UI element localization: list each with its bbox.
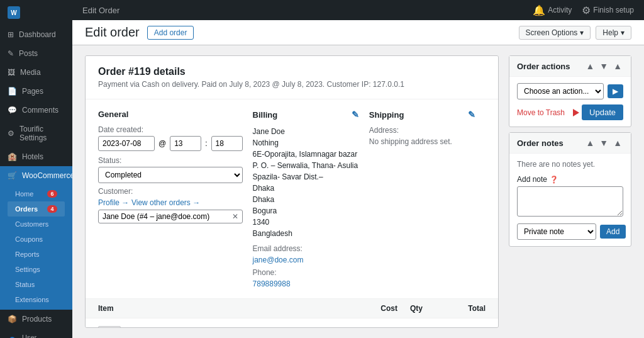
panel-controls: ▲ ▼ ▲	[584, 61, 623, 71]
move-to-trash-link[interactable]: Move to Trash	[517, 108, 565, 117]
choose-action-select[interactable]: Choose an action...	[517, 83, 604, 99]
action-bottom: Move to Trash Update	[517, 104, 623, 120]
billing-city: Dhaka	[253, 183, 359, 194]
sidebar-item-status[interactable]: Status	[8, 277, 65, 292]
sidebar-orders-label: Orders	[15, 205, 43, 213]
add-note-button[interactable]: Add	[600, 225, 626, 239]
order-actions-body: Choose an action... ▶ Move to Trash Upda…	[509, 77, 631, 127]
main-area: Edit Order 🔔 Activity ⚙ Finish setup Edi…	[72, 0, 644, 338]
sidebar-item-extensions[interactable]: Extensions	[8, 292, 65, 307]
customer-clear-icon[interactable]: ✕	[232, 212, 238, 221]
time-hour-input[interactable]	[170, 136, 201, 151]
order-actions-panel: Order actions ▲ ▼ ▲ Choose an action...	[509, 55, 631, 127]
sidebar-item-customers[interactable]: Customers	[8, 217, 65, 232]
sidebar-coupons-label: Coupons	[15, 235, 43, 243]
sidebar-settings-label: Settings	[15, 266, 40, 273]
col-qty: Qty	[397, 304, 435, 313]
sidebar-item-label: Pages	[22, 87, 43, 96]
notes-panel-toggle-button[interactable]: ▲	[612, 138, 623, 148]
tourific-icon: ⚙	[8, 129, 14, 138]
action-go-button[interactable]: ▶	[608, 84, 623, 98]
sidebar-item-woocommerce[interactable]: 🛒 WooCommerce	[0, 166, 72, 185]
order-notes-header: Order notes ▲ ▼ ▲	[509, 133, 631, 154]
sidebar-item-tourific[interactable]: ⚙ Tourific Settings	[0, 120, 72, 147]
topbar: Edit Order 🔔 Activity ⚙ Finish setup	[72, 0, 644, 20]
sidebar-item-label: Posts	[19, 49, 38, 58]
notes-panel-up-button[interactable]: ▲	[584, 138, 596, 148]
sidebar-item-settings[interactable]: Settings	[8, 262, 65, 277]
action-row: Choose an action... ▶	[517, 83, 623, 99]
page-header: Edit order Add order Screen Options ▾ He…	[72, 20, 644, 45]
page-header-left: Edit order Add order	[85, 25, 194, 40]
sidebar-item-comments[interactable]: 💬 Comments	[0, 101, 72, 120]
sidebar-item-posts[interactable]: ✎ Posts	[0, 44, 72, 63]
pages-icon: 📄	[8, 87, 17, 96]
items-table: Item Cost Qty Total 🏨 Hotel Zurich Room …	[86, 299, 498, 328]
date-input[interactable]	[98, 136, 155, 151]
shipping-section: Shipping ✎ Address: No shipping address …	[369, 110, 486, 288]
billing-phone-link[interactable]: 789889988	[253, 279, 291, 288]
note-type-select[interactable]: Private note Note to customer	[517, 223, 596, 240]
help-chevron-icon: ▾	[621, 28, 625, 37]
main-layout: Order #119 details Payment via Cash on d…	[72, 45, 644, 338]
customer-label: Customer:	[98, 187, 243, 196]
col-item: Item	[98, 304, 347, 313]
time-min-input[interactable]	[211, 136, 243, 151]
update-button[interactable]: Update	[582, 104, 623, 120]
panel-toggle-button[interactable]: ▲	[612, 61, 623, 71]
add-order-button[interactable]: Add order	[147, 26, 194, 40]
sidebar-item-dashboard[interactable]: ⊞ Dashboard	[0, 25, 72, 44]
shipping-no-address: No shipping address set.	[369, 137, 475, 146]
finish-setup-button[interactable]: ⚙ Finish setup	[582, 4, 634, 16]
billing-name: Jane Doe	[253, 126, 359, 137]
activity-button[interactable]: 🔔 Activity	[533, 4, 572, 16]
sidebar-item-user-registration[interactable]: 👤 User Registration	[0, 329, 72, 338]
sidebar-item-coupons[interactable]: Coupons	[8, 232, 65, 247]
billing-edit-icon[interactable]: ✎	[352, 110, 359, 120]
sidebar-item-label: Hotels	[22, 152, 43, 161]
wp-logo: W	[8, 6, 20, 19]
customer-profile-link[interactable]: Profile →	[98, 198, 129, 207]
item-name-link[interactable]: Hotel Zurich	[127, 326, 216, 328]
sidebar-item-orders[interactable]: Orders 4	[8, 201, 65, 217]
orders-badge: 4	[47, 205, 57, 213]
help-button[interactable]: Help ▾	[596, 26, 631, 40]
date-label: Date created:	[98, 125, 243, 134]
billing-company: Nothing	[253, 137, 359, 149]
item-qty: × 1	[397, 326, 435, 328]
email-label: Email address:	[253, 244, 359, 253]
billing-area: Bogura	[253, 205, 359, 217]
sidebar-item-label: Dashboard	[19, 30, 56, 39]
notes-panel-down-button[interactable]: ▼	[598, 138, 609, 148]
customer-view-orders-link[interactable]: View other orders →	[131, 198, 200, 207]
sidebar-item-pages[interactable]: 📄 Pages	[0, 82, 72, 101]
customer-field: Jane Doe (#4 – jane@doe.com) ✕	[98, 210, 243, 223]
products-icon: 📦	[8, 315, 17, 324]
topbar-title: Edit Order	[82, 6, 119, 15]
order-details-panel: Order #119 details Payment via Cash on d…	[85, 55, 499, 328]
sidebar-item-reports[interactable]: Reports	[8, 247, 65, 262]
at-symbol: @	[158, 139, 166, 148]
shipping-edit-icon[interactable]: ✎	[468, 110, 475, 120]
status-label: Status:	[98, 156, 243, 165]
sidebar-item-hotels[interactable]: 🏨 Hotels	[0, 147, 72, 166]
shipping-address-label: Address:	[369, 126, 475, 135]
panel-collapse-down-button[interactable]: ▼	[598, 61, 609, 71]
order-actions-title: Order actions	[517, 62, 570, 71]
sidebar-item-label: Comments	[22, 106, 58, 115]
item-info: 🏨 Hotel Zurich Room Name: Double Room Nu…	[98, 326, 347, 328]
woocommerce-icon: 🛒	[8, 171, 17, 180]
col-total: Total	[435, 304, 486, 313]
note-bottom: Private note Note to customer Add	[517, 223, 623, 240]
billing-email-link[interactable]: jane@doe.com	[253, 256, 304, 264]
time-separator: :	[205, 139, 207, 148]
panel-collapse-up-button[interactable]: ▲	[584, 61, 596, 71]
note-textarea[interactable]	[517, 186, 623, 217]
billing-city2: Dhaka	[253, 194, 359, 205]
screen-options-button[interactable]: Screen Options ▾	[519, 26, 591, 40]
sidebar-item-media[interactable]: 🖼 Media	[0, 63, 72, 82]
status-select[interactable]: Completed Pending payment Processing On …	[98, 167, 243, 183]
item-cost: $600.00	[347, 326, 397, 328]
sidebar-item-home[interactable]: Home 6	[8, 186, 65, 201]
sidebar-item-products[interactable]: 📦 Products	[0, 310, 72, 329]
